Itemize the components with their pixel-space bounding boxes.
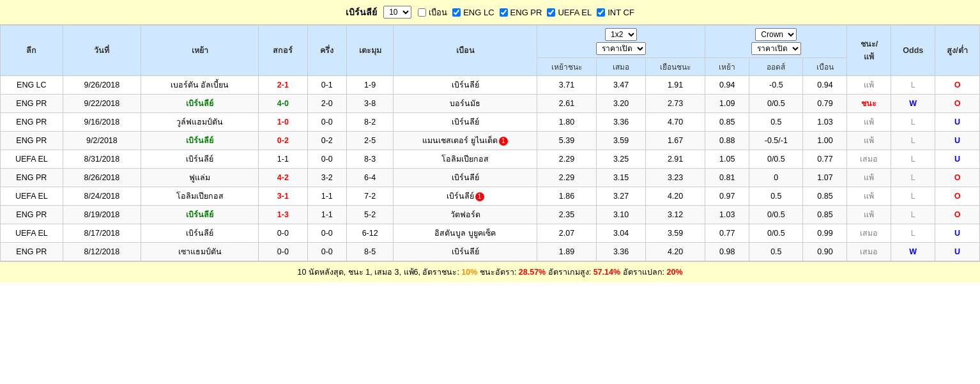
cell-home: เบิร์นลีย์ [141, 206, 259, 224]
footer-win-odds-rate: 28.57% [519, 268, 546, 277]
cell-hdphome: 1.09 [705, 95, 749, 113]
cell-hdpbet: 0.99 [803, 224, 847, 243]
col-market2-header: Crown ราคาเปิด ราคาปิด [705, 26, 847, 58]
col-league-header: ลีก [1, 26, 63, 76]
cell-corner: 3-8 [346, 95, 394, 113]
cell-hdphome: 0.85 [705, 113, 749, 132]
cell-overunder: U [935, 132, 980, 150]
cell-score: 3-1 [259, 187, 308, 206]
cell-home: เซาแธมป์ตัน [141, 243, 259, 261]
cell-hdpodds: 0.5 [749, 113, 803, 132]
cell-hdpodds: 0.5 [749, 243, 803, 261]
team-label: เบิร์นลีย์ [346, 5, 377, 19]
cell-score: 4-0 [259, 95, 308, 113]
cell-date: 8/26/2018 [63, 169, 141, 187]
market1-price-select-wrapper[interactable]: ราคาเปิด ราคาปิด [596, 42, 646, 55]
checkbox-engpr[interactable] [500, 8, 508, 17]
cell-hdpodds: 0.5 [749, 187, 803, 206]
cell-awaywin: 4.20 [645, 243, 705, 261]
result-line1: ชนะ/ [861, 40, 878, 49]
cell-homewin: 2.07 [537, 224, 596, 243]
cell-bet: แมนเชสเตอร์ ยูไนเต็ด1 [394, 132, 537, 150]
result-line2: แพ้ [864, 52, 874, 61]
checkbox-englc[interactable] [452, 8, 461, 17]
table-wrapper: ลีก วันที่ เหย้า สกอร์ ครึ่ง เตะมุม เบือ… [0, 25, 980, 261]
cell-result: แพ้ [847, 132, 891, 150]
cell-half: 1-1 [307, 187, 346, 206]
cell-half: 0-0 [307, 113, 346, 132]
market2-select[interactable]: Crown [755, 28, 797, 41]
footer-change: อัตราแปลก: [623, 268, 667, 277]
cell-draw: 3.36 [597, 113, 646, 132]
cell-hdpbet: 1.07 [803, 169, 847, 187]
cell-homewin: 5.39 [537, 132, 596, 150]
cell-bet: เบิร์นลีย์1 [394, 187, 537, 206]
cell-hdpbet: 0.85 [803, 187, 847, 206]
col-hdphome-header: เหย้า [705, 58, 749, 76]
cell-draw: 3.25 [597, 150, 646, 169]
count-select[interactable]: 10 5 15 20 25 30 [383, 6, 411, 19]
cell-half: 1-1 [307, 206, 346, 224]
market2-select-wrapper[interactable]: Crown [755, 28, 797, 41]
cell-draw: 3.15 [597, 169, 646, 187]
cell-draw: 3.47 [597, 76, 646, 95]
footer-bar: 10 นัดหลังสุด, ชนะ 1, เสมอ 3, แพ้6, อัตร… [0, 261, 980, 282]
checkbox-beon[interactable] [418, 8, 426, 17]
cell-overunder: O [935, 169, 980, 187]
cell-bet: วัตฟอร์ด [394, 206, 537, 224]
main-table: ลีก วันที่ เหย้า สกอร์ ครึ่ง เตะมุม เบือ… [0, 25, 980, 261]
cell-half: 0-0 [307, 243, 346, 261]
cell-draw: 3.20 [597, 95, 646, 113]
cell-bet: บอร์นมัธ [394, 95, 537, 113]
cell-score: 1-3 [259, 206, 308, 224]
cell-awaywin: 3.23 [645, 169, 705, 187]
cell-corner: 7-2 [346, 187, 394, 206]
filter-checkboxes: เบือน ENG LC ENG PR UEFA EL INT CF [418, 6, 634, 19]
cell-result: แพ้ [847, 206, 891, 224]
cell-home: วูล์ฟแฮมป์ตัน [141, 113, 259, 132]
cell-overunder: U [935, 224, 980, 243]
cell-awaywin: 1.91 [645, 76, 705, 95]
cell-hdpbet: 0.90 [803, 243, 847, 261]
cell-result: เสมอ [847, 150, 891, 169]
col-bet-header: เบือน [394, 26, 537, 76]
col-awaywin-header: เยือนชนะ [645, 58, 705, 76]
col-hdpodds-header: ออดส์ [749, 58, 803, 76]
cell-bet: เบิร์นลีย์ [394, 113, 537, 132]
table-row: UEFA EL 8/24/2018 โอลิมเปียกอส 3-1 1-1 7… [1, 187, 980, 206]
cell-score: 0-2 [259, 132, 308, 150]
table-row: UEFA EL 8/31/2018 เบิร์นลีย์ 1-1 0-0 8-3… [1, 150, 980, 169]
market1-dropdown-group: 1x2 ราคาเปิด ราคาปิด [541, 28, 701, 55]
cell-result: แพ้ [847, 169, 891, 187]
footer-win-rate: 10% [461, 268, 477, 277]
col-half-header: ครึ่ง [307, 26, 346, 76]
checkbox-intcf[interactable] [597, 8, 605, 17]
table-body: ENG LC 9/26/2018 เบอร์ตัน อัลเบี้ยน 2-1 … [1, 76, 980, 261]
cell-league: ENG PR [1, 206, 63, 224]
cell-league: UEFA EL [1, 187, 63, 206]
cell-hdphome: 0.98 [705, 243, 749, 261]
cell-result: เสมอ [847, 224, 891, 243]
checkbox-uefael[interactable] [547, 8, 555, 17]
cell-awaywin: 2.91 [645, 150, 705, 169]
market2-price-select[interactable]: ราคาเปิด ราคาปิด [751, 42, 801, 55]
cell-bet: เบิร์นลีย์ [394, 169, 537, 187]
col-result-header: ชนะ/ แพ้ [847, 26, 891, 76]
cell-half: 0-2 [307, 132, 346, 150]
market1-select-wrapper[interactable]: 1x2 [605, 28, 637, 41]
market1-price-select[interactable]: ราคาเปิด ราคาปิด [596, 42, 646, 55]
cell-league: ENG PR [1, 132, 63, 150]
cell-score: 2-1 [259, 76, 308, 95]
cell-odds: L [891, 132, 935, 150]
table-row: ENG LC 9/26/2018 เบอร์ตัน อัลเบี้ยน 2-1 … [1, 76, 980, 95]
market1-select[interactable]: 1x2 [605, 28, 637, 41]
cell-result: แพ้ [847, 113, 891, 132]
market2-price-select-wrapper[interactable]: ราคาเปิด ราคาปิด [751, 42, 801, 55]
checkbox-beon-item: เบือน [418, 6, 447, 19]
cell-hdpodds: -0.5 [749, 76, 803, 95]
col-overunder-header: สูง/ต่ำ [935, 26, 980, 76]
cell-overunder: O [935, 187, 980, 206]
cell-half: 0-1 [307, 76, 346, 95]
cell-date: 9/16/2018 [63, 113, 141, 132]
cell-league: UEFA EL [1, 150, 63, 169]
